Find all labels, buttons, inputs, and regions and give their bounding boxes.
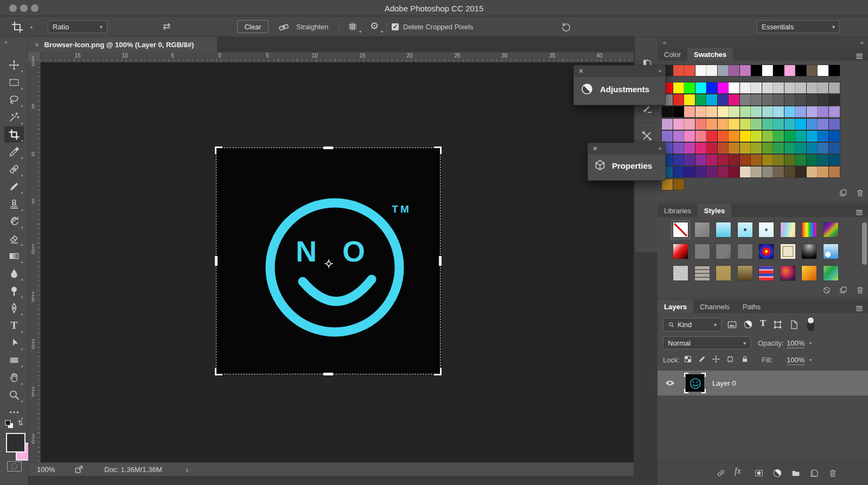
swatch[interactable] <box>740 119 751 130</box>
swatch[interactable] <box>818 106 828 117</box>
tab-styles[interactable]: Styles <box>698 204 731 217</box>
gradient-tool[interactable] <box>4 248 24 264</box>
new-group-icon[interactable] <box>791 468 801 478</box>
swatch[interactable] <box>773 143 784 154</box>
swatch[interactable] <box>829 119 840 130</box>
close-tab-icon[interactable]: × <box>35 41 39 49</box>
tab-paths[interactable]: Paths <box>736 300 767 313</box>
swatch[interactable] <box>773 82 784 93</box>
style-default-bevel[interactable] <box>694 222 710 238</box>
style-blue-glass[interactable] <box>716 222 731 238</box>
swatch[interactable] <box>673 179 684 190</box>
style-bronze[interactable] <box>737 265 753 281</box>
swatch[interactable] <box>795 106 806 117</box>
crop-handle-bottom-right[interactable] <box>434 368 442 375</box>
swatch[interactable] <box>818 143 828 154</box>
swatch[interactable] <box>662 106 673 117</box>
swatch[interactable] <box>784 82 795 93</box>
swatch[interactable] <box>740 155 751 165</box>
horizontal-ruler[interactable]: 151050510152025303540 <box>41 52 634 62</box>
swatch[interactable] <box>807 106 818 117</box>
adjustments-floating-panel[interactable]: ✕ » Adjustments <box>573 65 666 105</box>
close-icon[interactable]: ✕ <box>578 67 584 75</box>
swatch[interactable] <box>740 131 751 142</box>
recent-swatch[interactable] <box>718 65 729 76</box>
swatch[interactable] <box>706 167 717 177</box>
blur-tool[interactable] <box>4 265 24 282</box>
swatch[interactable] <box>829 155 840 165</box>
hand-tool[interactable] <box>4 369 24 386</box>
swatch[interactable] <box>762 131 773 142</box>
swatch[interactable] <box>729 94 739 105</box>
delete-swatch-icon[interactable] <box>856 188 865 197</box>
recent-swatch[interactable] <box>729 65 739 76</box>
adjustments-panel-header[interactable]: ✕ » <box>574 66 665 77</box>
expand-dock-icon[interactable]: » <box>860 39 864 46</box>
swatch[interactable] <box>718 119 729 130</box>
style-gray-noise[interactable] <box>673 265 688 281</box>
collapse-dock-icon[interactable]: « <box>663 39 666 46</box>
swatch[interactable] <box>673 131 684 142</box>
swatch[interactable] <box>706 106 717 117</box>
swatch[interactable] <box>684 82 695 93</box>
swatch[interactable] <box>751 94 762 105</box>
path-selection-tool[interactable] <box>4 335 24 351</box>
swatch[interactable] <box>807 143 818 154</box>
swatch[interactable] <box>673 143 684 154</box>
filter-adjustment-layers-icon[interactable] <box>743 320 753 329</box>
style-prism-dark[interactable] <box>823 222 839 238</box>
straighten-label[interactable]: Straighten <box>296 23 328 31</box>
swatch[interactable] <box>673 94 684 105</box>
filter-type-layers-icon[interactable]: T <box>760 318 766 328</box>
close-icon[interactable]: ✕ <box>592 145 598 152</box>
swap-colors-icon[interactable]: ⇅ <box>17 419 23 427</box>
swatch[interactable] <box>807 155 818 165</box>
lock-position-icon[interactable] <box>712 355 720 363</box>
brush-tool[interactable] <box>4 178 24 195</box>
style-blue-frame-dot[interactable] <box>737 222 753 238</box>
layer-filter-toggle[interactable] <box>807 317 814 331</box>
swatch[interactable] <box>751 167 762 177</box>
delete-layer-icon[interactable] <box>828 468 838 478</box>
swatch[interactable] <box>751 131 762 142</box>
swatch[interactable] <box>751 143 762 154</box>
swatch[interactable] <box>706 155 717 165</box>
swatch[interactable] <box>751 155 762 165</box>
swatch[interactable] <box>706 131 717 142</box>
swatch[interactable] <box>795 82 806 93</box>
eyedropper-tool[interactable] <box>4 144 24 160</box>
swatch[interactable] <box>706 143 717 154</box>
canvas-area[interactable]: N OTM <box>41 62 634 462</box>
swatch[interactable] <box>762 82 773 93</box>
swatch[interactable] <box>729 155 739 165</box>
swatch[interactable] <box>762 155 773 165</box>
tab-swatches[interactable]: Swatches <box>687 48 733 61</box>
swatch[interactable] <box>795 94 806 105</box>
eraser-tool[interactable] <box>4 231 24 247</box>
swatch[interactable] <box>829 94 840 105</box>
swatch[interactable] <box>695 82 706 93</box>
swatch[interactable] <box>662 119 673 130</box>
swatch[interactable] <box>729 131 739 142</box>
swatch[interactable] <box>673 106 684 117</box>
swatch[interactable] <box>773 119 784 130</box>
style-bullseye[interactable] <box>758 244 774 259</box>
recent-swatch[interactable] <box>695 65 706 76</box>
share-export-icon[interactable] <box>74 465 84 474</box>
swatch[interactable] <box>740 167 751 177</box>
foreground-color-chip[interactable] <box>6 433 25 452</box>
quick-selection-tool[interactable] <box>4 109 24 125</box>
recent-swatch[interactable] <box>773 65 784 76</box>
swatch[interactable] <box>673 155 684 165</box>
swatch[interactable] <box>807 167 818 177</box>
swatch[interactable] <box>795 155 806 165</box>
rectangle-tool[interactable] <box>4 352 24 368</box>
lasso-tool[interactable] <box>4 92 24 108</box>
swap-dimensions-icon[interactable]: ⇄ <box>163 21 170 32</box>
style-amber[interactable] <box>801 265 817 281</box>
style-flat-gray[interactable] <box>694 244 710 259</box>
swatch[interactable] <box>684 167 695 177</box>
pen-tool[interactable] <box>4 300 24 316</box>
style-spotlight[interactable] <box>801 244 817 259</box>
style-sky[interactable] <box>823 244 839 259</box>
